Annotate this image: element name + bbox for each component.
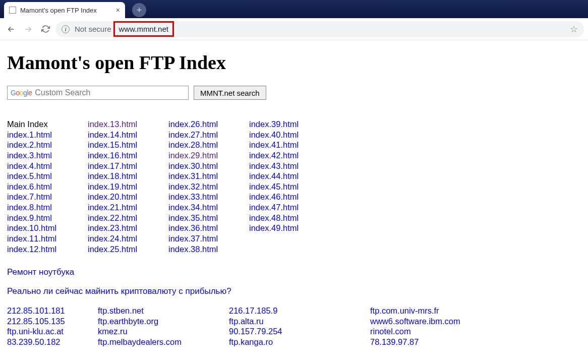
index-link[interactable]: index.41.html	[249, 140, 299, 149]
ftp-link[interactable]: ftp.stben.net	[98, 306, 144, 315]
ftp-link[interactable]: 212.85.105.135	[7, 317, 65, 326]
index-link[interactable]: index.11.html	[7, 234, 56, 243]
page-title: Mamont's open FTP Index	[7, 51, 581, 74]
index-link[interactable]: index.21.html	[88, 203, 137, 212]
active-tab[interactable]: Mamont's open FTP Index ×	[4, 2, 125, 18]
index-link[interactable]: index.47.html	[249, 203, 299, 212]
ftp-link[interactable]: 83.239.50.182	[7, 337, 61, 346]
ftp-link[interactable]: 90.157.79.254	[229, 327, 282, 336]
ftp-link[interactable]: rinotel.com	[370, 327, 411, 336]
ftp-link[interactable]: 78.139.97.87	[370, 337, 419, 346]
index-link[interactable]: index.38.html	[168, 245, 218, 254]
index-link[interactable]: index.46.html	[249, 192, 299, 201]
index-link[interactable]: index.35.html	[168, 213, 218, 222]
index-link[interactable]: index.7.html	[7, 192, 52, 201]
google-logo-icon: Google	[11, 89, 32, 97]
bookmark-star-icon[interactable]: ☆	[570, 24, 578, 35]
index-link[interactable]: index.40.html	[249, 130, 299, 139]
reload-button[interactable]	[38, 22, 52, 36]
index-link[interactable]: index.23.html	[88, 223, 137, 232]
external-link-notebook[interactable]: Ремонт ноутбука	[7, 267, 581, 277]
index-link[interactable]: index.16.html	[88, 151, 137, 160]
ftp-link[interactable]: www6.software.ibm.com	[370, 317, 460, 326]
index-link[interactable]: index.12.html	[7, 245, 56, 254]
index-link[interactable]: index.2.html	[7, 140, 52, 149]
index-link[interactable]: index.26.html	[168, 119, 218, 129]
url-text: www.mmnt.net	[113, 21, 174, 37]
index-link[interactable]: index.29.html	[168, 151, 218, 160]
ftp-link[interactable]: ftp.melbaydealers.com	[98, 337, 182, 346]
index-link[interactable]: index.32.html	[168, 182, 218, 191]
index-link[interactable]: index.15.html	[88, 140, 137, 149]
index-link[interactable]: index.27.html	[168, 130, 218, 139]
ftp-link[interactable]: ftp.earthbyte.org	[98, 317, 158, 326]
index-link[interactable]: index.20.html	[88, 192, 137, 201]
index-link[interactable]: index.25.html	[88, 245, 137, 254]
index-link[interactable]: index.31.html	[168, 171, 218, 180]
index-link[interactable]: index.24.html	[88, 234, 137, 243]
ftp-link[interactable]: ftp.kanga.ro	[229, 337, 273, 346]
index-link[interactable]: index.3.html	[7, 151, 52, 160]
index-link[interactable]: index.34.html	[168, 203, 218, 212]
index-link[interactable]: index.36.html	[168, 223, 218, 232]
index-link[interactable]: index.18.html	[88, 171, 137, 180]
index-link[interactable]: index.28.html	[168, 140, 218, 149]
browser-toolbar: i Not secure www.mmnt.net ☆	[0, 18, 588, 40]
index-link[interactable]: index.6.html	[7, 182, 52, 191]
ftp-link[interactable]: ftp.uni-klu.ac.at	[7, 327, 64, 336]
ftp-link[interactable]: ftp.com.univ-mrs.fr	[370, 306, 439, 315]
index-link[interactable]: index.5.html	[7, 171, 52, 180]
index-link[interactable]: index.43.html	[249, 161, 299, 170]
external-link-crypto[interactable]: Реально ли сейчас майнить криптовалюту с…	[7, 286, 581, 296]
close-icon[interactable]: ×	[116, 6, 120, 14]
ftp-servers-grid: 212.85.101.181 212.85.105.135 ftp.uni-kl…	[7, 306, 581, 347]
index-links-grid: Main Index index.1.html index.2.html ind…	[7, 119, 581, 254]
back-button[interactable]	[4, 22, 18, 36]
index-link[interactable]: index.45.html	[249, 182, 299, 191]
index-link[interactable]: index.13.html	[88, 119, 137, 129]
ftp-link[interactable]: 216.17.185.9	[229, 306, 277, 315]
index-link: Main Index	[7, 119, 48, 129]
new-tab-button[interactable]: +	[132, 3, 146, 17]
info-icon[interactable]: i	[62, 25, 70, 33]
index-link[interactable]: index.39.html	[249, 119, 299, 129]
security-status: Not secure	[75, 25, 111, 33]
address-bar[interactable]: i Not secure www.mmnt.net ☆	[55, 21, 584, 37]
index-link[interactable]: index.8.html	[7, 203, 52, 212]
ftp-link[interactable]: ftp.alta.ru	[229, 317, 264, 326]
index-link[interactable]: index.1.html	[7, 130, 52, 139]
page-content: Mamont's open FTP Index Google Custom Se…	[0, 40, 588, 347]
index-link[interactable]: index.14.html	[88, 130, 137, 139]
forward-button[interactable]	[21, 22, 35, 36]
custom-search-input[interactable]: Google Custom Search	[7, 86, 189, 100]
tab-title: Mamont's open FTP Index	[20, 7, 97, 14]
index-link[interactable]: index.37.html	[168, 234, 218, 243]
browser-tab-strip: Mamont's open FTP Index × +	[0, 0, 588, 18]
ftp-link[interactable]: kmez.ru	[98, 327, 128, 336]
index-link[interactable]: index.44.html	[249, 171, 299, 180]
index-link[interactable]: index.4.html	[7, 161, 52, 170]
index-link[interactable]: index.30.html	[168, 161, 218, 170]
index-link[interactable]: index.17.html	[88, 161, 137, 170]
ftp-link[interactable]: 212.85.101.181	[7, 306, 65, 315]
document-icon	[9, 7, 16, 14]
index-link[interactable]: index.9.html	[7, 213, 52, 222]
index-link[interactable]: index.10.html	[7, 223, 56, 232]
index-link[interactable]: index.48.html	[249, 213, 299, 222]
search-button[interactable]: MMNT.net search	[194, 86, 266, 100]
index-link[interactable]: index.19.html	[88, 182, 137, 191]
index-link[interactable]: index.42.html	[249, 151, 299, 160]
index-link[interactable]: index.49.html	[249, 223, 299, 232]
index-link[interactable]: index.22.html	[88, 213, 137, 222]
index-link[interactable]: index.33.html	[168, 192, 218, 201]
search-placeholder: Custom Search	[35, 88, 90, 97]
